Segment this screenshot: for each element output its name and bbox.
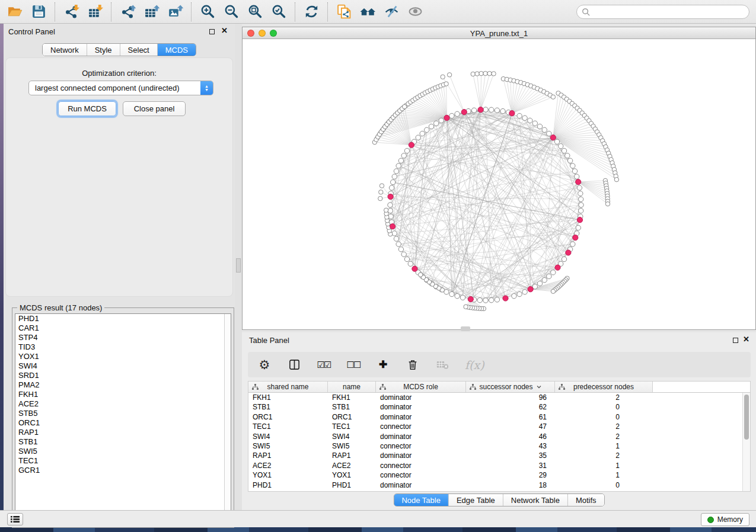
memory-button[interactable]: Memory — [701, 513, 749, 526]
column-label: MCDS role — [403, 383, 438, 391]
export-table-button[interactable] — [139, 2, 163, 22]
tab-style[interactable]: Style — [87, 44, 120, 56]
table-row[interactable]: YOX1YOX1connector291 — [248, 470, 742, 480]
export-network-button[interactable] — [116, 2, 139, 22]
show-columns-button[interactable] — [287, 356, 301, 374]
network-graph[interactable] — [243, 39, 755, 329]
mcds-result-item[interactable]: FKH1 — [15, 390, 231, 399]
search-input[interactable] — [591, 7, 749, 17]
mcds-result-item[interactable]: SWI4 — [15, 361, 231, 371]
mcds-result-legend: MCDS result (17 nodes) — [17, 303, 104, 312]
run-mcds-button[interactable]: Run MCDS — [58, 101, 116, 116]
mcds-result-item[interactable]: PHD1 — [15, 314, 231, 323]
refresh-button[interactable] — [299, 2, 323, 22]
cell-name: ACE2 — [328, 461, 376, 470]
control-panel-header: Control Panel ✕ — [4, 24, 235, 39]
close-panel-icon[interactable]: ✕ — [221, 26, 228, 36]
mcds-result-item[interactable]: YOX1 — [15, 352, 231, 361]
add-column-button[interactable]: ✚ — [376, 356, 390, 374]
mcds-result-item[interactable]: PMA2 — [15, 380, 231, 390]
first-neighbors-button[interactable] — [356, 2, 379, 22]
float-panel-icon[interactable] — [209, 29, 215, 34]
sort-desc-icon — [537, 385, 541, 389]
zoom-in-button[interactable] — [196, 2, 219, 22]
table-row[interactable]: ORC1ORC1dominator610 — [248, 412, 742, 422]
zoom-out-button[interactable] — [219, 2, 243, 22]
vertical-splitter[interactable] — [235, 24, 242, 510]
table-row[interactable]: RAP1RAP1dominator352 — [248, 451, 742, 460]
show-panels-button[interactable] — [7, 513, 23, 525]
mcds-result-item[interactable]: ORC1 — [15, 418, 231, 428]
table-row[interactable]: ACE2ACE2connector311 — [248, 461, 742, 470]
memory-button-label: Memory — [717, 515, 743, 524]
hide-annotations-button[interactable] — [379, 2, 403, 22]
search-box[interactable] — [576, 5, 749, 19]
mcds-result-item[interactable]: SWI5 — [15, 447, 231, 456]
tab-network-table[interactable]: Network Table — [503, 494, 567, 506]
toolbar-separator — [55, 2, 55, 21]
tab-network[interactable]: Network — [43, 44, 87, 56]
import-network-button[interactable] — [59, 2, 83, 22]
cell-predecessor_nodes: 1 — [555, 441, 653, 451]
network-canvas[interactable] — [243, 39, 755, 329]
table-panel-title: Table Panel — [249, 336, 289, 345]
cell-successor_nodes: 35 — [466, 451, 555, 460]
column-header-predecessor-nodes[interactable]: predecessor nodes — [555, 382, 653, 392]
table-row[interactable]: SWI5SWI5connector431 — [248, 441, 742, 451]
mcds-result-item[interactable]: TEC1 — [15, 456, 231, 466]
column-header-name[interactable]: name — [328, 382, 376, 392]
table-row[interactable]: STB1STB1dominator620 — [248, 402, 742, 412]
vertical-splitter-handle[interactable] — [236, 258, 241, 273]
close-panel-button[interactable]: Close panel — [123, 101, 186, 116]
mcds-result-item[interactable]: STB1 — [15, 437, 231, 447]
zoom-fit-button[interactable] — [243, 2, 267, 22]
table-row[interactable]: PHD1PHD1dominator180 — [248, 480, 742, 490]
mcds-result-item[interactable]: RAP1 — [15, 428, 231, 437]
cytoscape-window: Control Panel ✕ NetworkStyleSelectMCDS O… — [0, 0, 756, 532]
export-image-button[interactable] — [163, 2, 187, 22]
close-table-panel-icon[interactable]: ✕ — [743, 335, 749, 344]
tab-node-table[interactable]: Node Table — [394, 494, 448, 506]
cell-predecessor_nodes: 2 — [555, 451, 653, 460]
clone-network-button[interactable] — [332, 2, 356, 22]
column-header-successor-nodes[interactable]: successor nodes — [466, 382, 555, 392]
table-row[interactable]: TEC1TEC1connector472 — [248, 422, 742, 431]
control-panel-title: Control Panel — [8, 27, 55, 36]
save-session-button[interactable] — [27, 2, 50, 22]
table-scrollbar-thumb[interactable] — [744, 395, 749, 440]
open-folder-button[interactable] — [3, 2, 27, 22]
settings-gear-button[interactable]: ⚙ — [257, 356, 272, 374]
column-header-shared-name[interactable]: shared name — [248, 382, 328, 392]
column-header-MCDS-role[interactable]: MCDS role — [376, 382, 466, 392]
tab-edge-table[interactable]: Edge Table — [448, 494, 503, 506]
tab-mcds[interactable]: MCDS — [157, 44, 196, 56]
horizontal-splitter-handle[interactable] — [461, 326, 470, 331]
export-table-icon — [143, 4, 160, 20]
float-table-panel-icon[interactable] — [733, 338, 738, 343]
criterion-select[interactable]: largest connected component (undirected)… — [28, 81, 213, 95]
delete-table-icon — [436, 360, 449, 370]
mcds-result-item[interactable]: SRD1 — [15, 371, 231, 380]
show-graphics-details-button[interactable] — [403, 2, 427, 22]
table-scrollbar[interactable] — [742, 393, 750, 491]
zoom-selected-button[interactable] — [267, 2, 291, 22]
network-window-titlebar[interactable]: YPA_prune.txt_1 — [243, 27, 755, 39]
mcds-result-item[interactable]: STB5 — [15, 409, 231, 418]
delete-table-button — [435, 356, 449, 374]
table-row[interactable]: FKH1FKH1dominator962 — [248, 393, 742, 402]
mcds-result-item[interactable]: CAR1 — [15, 323, 231, 333]
table-row[interactable]: SWI4SWI4dominator462 — [248, 432, 742, 441]
mcds-result-item[interactable]: GCR1 — [15, 466, 231, 475]
cell-mcds_role: dominator — [376, 393, 466, 402]
mcds-list-scrollbar[interactable] — [224, 314, 231, 524]
select-all-button[interactable]: ☑☑ — [317, 356, 331, 374]
import-table-button[interactable] — [83, 2, 107, 22]
deselect-all-button[interactable]: ☐☐ — [346, 356, 361, 374]
tab-select[interactable]: Select — [120, 44, 157, 56]
mcds-result-item[interactable]: TID3 — [15, 342, 231, 352]
mcds-result-list[interactable]: PHD1CAR1STP4TID3YOX1SWI4SRD1PMA2FKH1ACE2… — [15, 313, 231, 525]
mcds-result-item[interactable]: ACE2 — [15, 399, 231, 409]
delete-column-button[interactable] — [406, 356, 420, 374]
tab-motifs[interactable]: Motifs — [567, 494, 604, 506]
mcds-result-item[interactable]: STP4 — [15, 333, 231, 342]
